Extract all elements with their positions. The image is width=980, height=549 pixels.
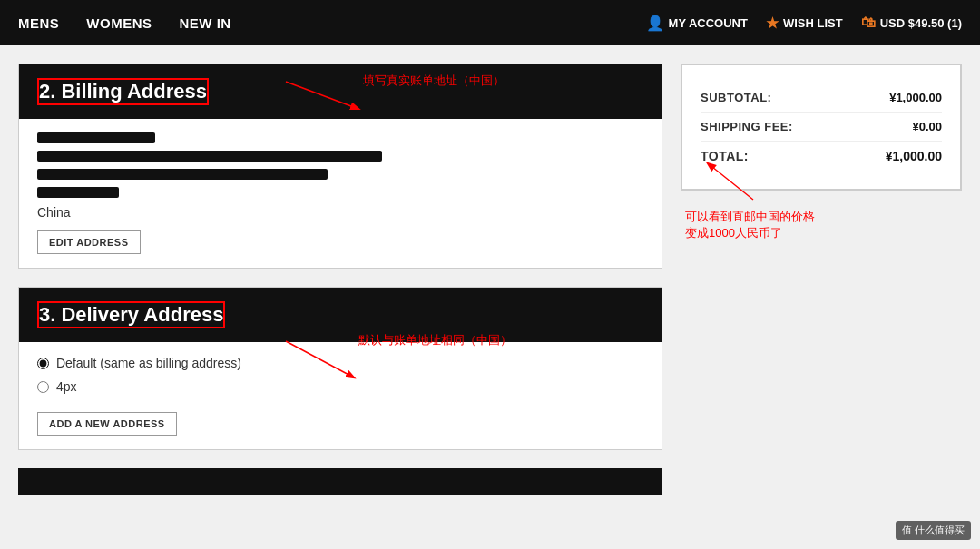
shipping-label: SHIPPING FEE: bbox=[701, 120, 793, 133]
total-label: TOTAL: bbox=[701, 149, 749, 163]
nav-left: MENS WOMENS NEW IN bbox=[18, 15, 231, 31]
navbar: MENS WOMENS NEW IN 👤 MY ACCOUNT ★ WISH L… bbox=[0, 0, 980, 45]
delivery-option-4px-label: 4px bbox=[56, 379, 77, 394]
delivery-title: 3. Delivery Address bbox=[39, 303, 223, 327]
main-content: 2. Billing Address China EDIT ADDRESS bbox=[0, 45, 980, 514]
add-address-button[interactable]: ADD A NEW ADDRESS bbox=[37, 412, 177, 436]
redacted-address2 bbox=[37, 169, 328, 180]
billing-title: 2. Billing Address bbox=[39, 80, 207, 103]
delivery-option-default-label: Default (same as billing address) bbox=[56, 356, 241, 370]
summary-annotation-wrapper: 可以看到直邮中国的价格 变成1000人民币了 bbox=[681, 200, 962, 241]
star-icon: ★ bbox=[766, 15, 779, 32]
total-value: ¥1,000.00 bbox=[886, 149, 942, 163]
radio-default[interactable] bbox=[37, 358, 49, 369]
billing-body: China EDIT ADDRESS bbox=[19, 119, 662, 268]
person-icon: 👤 bbox=[646, 15, 664, 32]
billing-wrapper: 2. Billing Address China EDIT ADDRESS bbox=[18, 64, 662, 269]
shipping-row: SHIPPING FEE: ¥0.00 bbox=[701, 113, 942, 142]
subtotal-label: SUBTOTAL: bbox=[701, 91, 771, 104]
total-row: TOTAL: ¥1,000.00 bbox=[701, 142, 942, 171]
billing-title-outline: 2. Billing Address bbox=[37, 78, 209, 105]
summary-annotation-text: 可以看到直邮中国的价格 变成1000人民币了 bbox=[685, 209, 962, 241]
account-link[interactable]: 👤 MY ACCOUNT bbox=[646, 15, 748, 32]
delivery-wrapper: 3. Delivery Address Default (same as bil… bbox=[18, 287, 662, 450]
bag-icon: 🛍 bbox=[861, 15, 876, 31]
nav-right: 👤 MY ACCOUNT ★ WISH LIST 🛍 USD $49.50 (1… bbox=[646, 15, 962, 32]
right-column: SUBTOTAL: ¥1,000.00 SHIPPING FEE: ¥0.00 … bbox=[681, 64, 962, 495]
delivery-section: 3. Delivery Address Default (same as bil… bbox=[18, 287, 662, 450]
delivery-option-default: Default (same as billing address) bbox=[37, 356, 643, 370]
bottom-section bbox=[18, 468, 662, 495]
left-column: 2. Billing Address China EDIT ADDRESS bbox=[18, 64, 662, 495]
nav-mens[interactable]: MENS bbox=[18, 15, 59, 31]
wishlist-link[interactable]: ★ WISH LIST bbox=[766, 15, 843, 32]
subtotal-value: ¥1,000.00 bbox=[889, 91, 942, 104]
redacted-city bbox=[37, 187, 119, 198]
subtotal-row: SUBTOTAL: ¥1,000.00 bbox=[701, 83, 942, 113]
delivery-option-4px: 4px bbox=[37, 379, 643, 394]
delivery-title-outline: 3. Delivery Address bbox=[37, 301, 225, 328]
radio-4px[interactable] bbox=[37, 381, 49, 393]
watermark: 值 什么值得买 bbox=[896, 521, 971, 540]
delivery-body: Default (same as billing address) 4px AD… bbox=[19, 342, 662, 449]
edit-address-button[interactable]: EDIT ADDRESS bbox=[37, 230, 141, 254]
nav-newin[interactable]: NEW IN bbox=[180, 15, 231, 31]
cart-link[interactable]: 🛍 USD $49.50 (1) bbox=[861, 15, 962, 31]
shipping-value: ¥0.00 bbox=[912, 120, 942, 133]
billing-section: 2. Billing Address China EDIT ADDRESS bbox=[18, 64, 662, 269]
redacted-address1 bbox=[37, 151, 382, 162]
order-summary: SUBTOTAL: ¥1,000.00 SHIPPING FEE: ¥0.00 … bbox=[681, 64, 962, 191]
nav-womens[interactable]: WOMENS bbox=[86, 15, 152, 31]
delivery-header: 3. Delivery Address bbox=[19, 288, 662, 342]
billing-header: 2. Billing Address bbox=[19, 64, 662, 119]
billing-country: China bbox=[37, 205, 643, 220]
redacted-name bbox=[37, 132, 155, 143]
